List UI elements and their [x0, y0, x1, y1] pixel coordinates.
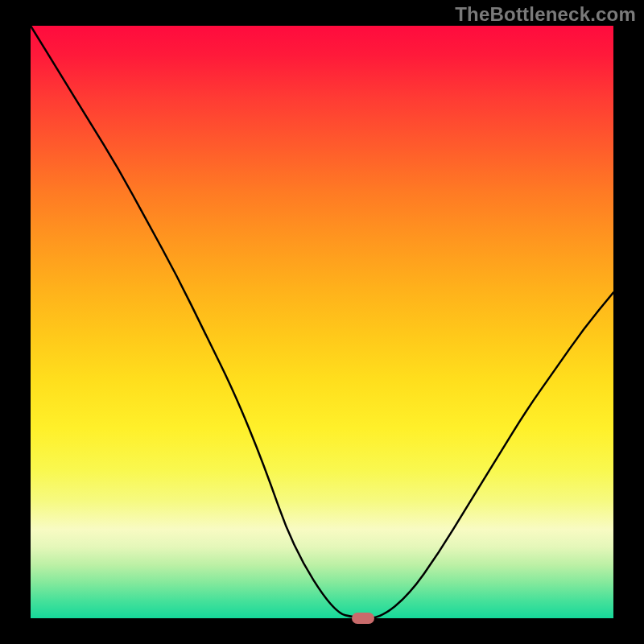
gradient-plot-area	[31, 26, 613, 618]
watermark-text: TheBottleneck.com	[455, 3, 636, 26]
chart-frame: TheBottleneck.com	[0, 0, 644, 644]
optimal-point-marker	[352, 613, 374, 624]
